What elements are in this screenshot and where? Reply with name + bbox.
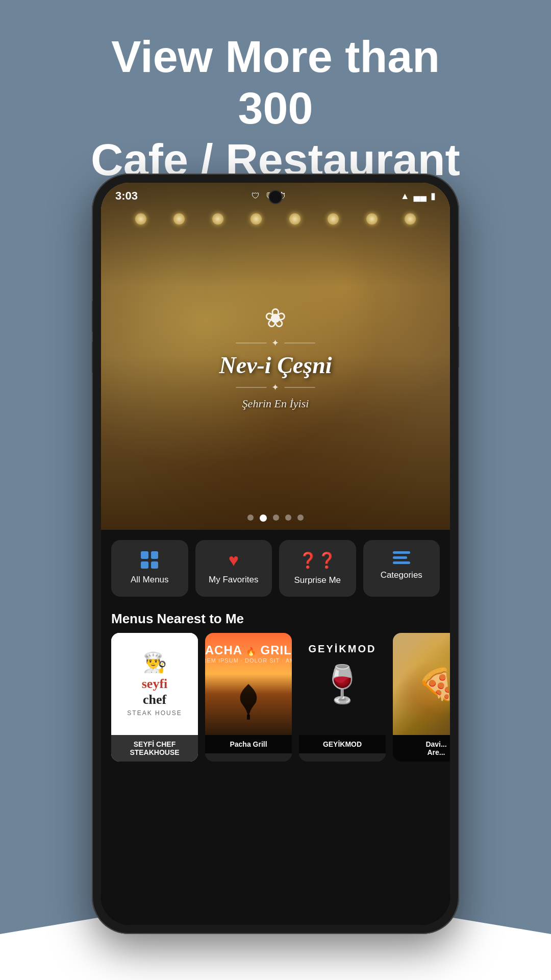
surprise-me-label: Surprise Me	[294, 575, 341, 585]
lotus-icon: ❀	[219, 303, 332, 333]
restaurant-card-seyfi[interactable]: 👨‍🍳 seyfi chef STEAK HOUSE SEYFİ CHEF ST…	[111, 633, 198, 762]
my-favorites-button[interactable]: ♥ My Favorites	[195, 540, 272, 597]
status-right-icons: ▲ ▄▄ ▮	[400, 190, 436, 202]
pacha-logo: PACHA 🔥 GRILL LOREM IPSUM · DOLOR SIT · …	[205, 643, 292, 664]
carousel-dot-2[interactable]	[260, 514, 267, 522]
carousel-dot-5[interactable]	[297, 514, 304, 521]
fourth-card-label: Davi...Are...	[425, 740, 446, 756]
light-5	[289, 213, 300, 225]
geyikmod-card-label: GEYİKMOD	[323, 740, 362, 748]
carousel-dots	[247, 514, 304, 522]
pacha-subtitle: LOREM IPSUM · DOLOR SIT · AMET	[205, 657, 292, 664]
restaurant-card-pacha[interactable]: PACHA 🔥 GRILL LOREM IPSUM · DOLOR SIT · …	[205, 633, 292, 762]
carousel-dot-3[interactable]	[273, 514, 279, 521]
fire-icon: 🔥	[246, 647, 257, 656]
restaurant-tagline: Şehrin En İyisi	[219, 397, 332, 410]
wine-glass-icon: 🍷	[319, 663, 365, 706]
light-6	[328, 213, 339, 225]
all-menus-button[interactable]: All Menus	[111, 540, 188, 597]
phone-shell: 3:03 🛡 🎙 ⏱ ▲ ▄▄ ▮	[92, 174, 459, 934]
grill-text: GRILL	[261, 643, 292, 657]
restaurant-card-fourth[interactable]: 🍕 Davi...Are...	[393, 633, 450, 762]
status-time: 3:03	[115, 189, 138, 203]
pacha-text: PACHA	[205, 643, 246, 657]
light-8	[405, 213, 416, 225]
seyfi-chef-icon: 👨‍🍳	[143, 651, 167, 674]
top-decorative-line: ✦	[219, 337, 332, 349]
restaurant-logo-overlay: ❀ ✦ Nev-i Çeşni ✦ Şehrin En İyisi	[219, 303, 332, 410]
geyikmod-logo-text: GEYİKMOD	[309, 643, 377, 655]
wifi-icon: ▲	[400, 191, 410, 202]
surprise-me-button[interactable]: ❓❓ Surprise Me	[279, 540, 356, 597]
bottom-decorative-line: ✦	[219, 382, 332, 393]
restaurant-name: Nev-i Çeşni	[219, 352, 332, 379]
grid-icon	[141, 551, 158, 569]
light-4	[251, 213, 262, 225]
pacha-card-label: Pacha Grill	[230, 740, 267, 748]
my-favorites-label: My Favorites	[209, 575, 258, 585]
camera-notch	[268, 190, 283, 204]
hamburger-icon	[393, 551, 410, 564]
seyfi-sub-text: STEAK HOUSE	[127, 709, 182, 717]
light-2	[173, 213, 185, 225]
carousel-dot-4[interactable]	[285, 514, 291, 521]
categories-label: Categories	[381, 570, 422, 580]
app-bottom-section: All Menus ♥ My Favorites ❓❓ Surprise Me	[101, 530, 450, 925]
tree-silhouette-icon	[233, 679, 264, 720]
quick-actions-row: All Menus ♥ My Favorites ❓❓ Surprise Me	[101, 530, 450, 602]
pizza-icon: 🍕	[417, 666, 450, 702]
seyfi-logo: seyfi chef	[142, 676, 168, 707]
all-menus-label: All Menus	[131, 575, 169, 585]
lights-decoration	[101, 213, 450, 225]
volume-up-button	[92, 301, 93, 332]
light-7	[366, 213, 378, 225]
light-3	[212, 213, 223, 225]
categories-button[interactable]: Categories	[363, 540, 440, 597]
seyfi-card-label: SEYFİ CHEF STEAKHOUSE	[130, 740, 179, 756]
seyfi-card-image: 👨‍🍳 seyfi chef STEAK HOUSE	[111, 633, 198, 735]
battery-icon: ▮	[431, 190, 436, 202]
signal-icon: ▄▄	[413, 191, 427, 202]
light-1	[135, 213, 146, 225]
heart-icon: ♥	[229, 551, 239, 569]
restaurant-hero-image: ❀ ✦ Nev-i Çeşni ✦ Şehrin En İyisi	[101, 183, 450, 530]
question-icon: ❓❓	[298, 551, 336, 569]
fourth-card-image: 🍕	[393, 633, 450, 735]
carousel-dot-1[interactable]	[247, 514, 254, 521]
volume-down-button	[92, 342, 93, 373]
phone-device: 3:03 🛡 🎙 ⏱ ▲ ▄▄ ▮	[92, 174, 459, 960]
restaurant-cards-row: 👨‍🍳 seyfi chef STEAK HOUSE SEYFİ CHEF ST…	[101, 633, 450, 762]
nearest-section-header: Menus Nearest to Me	[101, 602, 450, 633]
geyikmod-card-image: GEYİKMOD 🍷	[299, 633, 386, 735]
phone-screen: 3:03 🛡 🎙 ⏱ ▲ ▄▄ ▮	[101, 183, 450, 925]
power-button	[458, 327, 459, 368]
pacha-card-image: PACHA 🔥 GRILL LOREM IPSUM · DOLOR SIT · …	[205, 633, 292, 735]
shield-icon: 🛡	[252, 191, 260, 201]
svg-rect-0	[247, 715, 250, 720]
restaurant-card-geyikmod[interactable]: GEYİKMOD 🍷 GEYİKMOD	[299, 633, 386, 762]
